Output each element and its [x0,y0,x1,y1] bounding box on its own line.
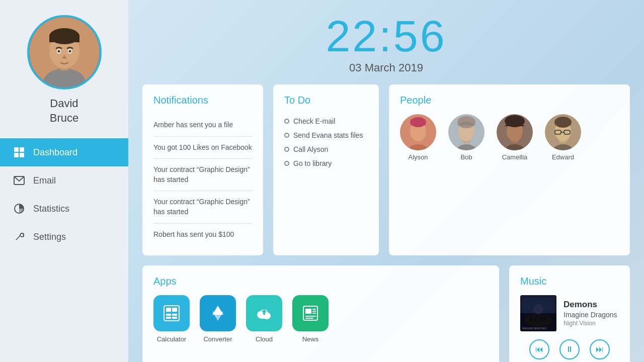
notif-item-4: Robert has sent you $100 [153,224,252,246]
svg-rect-11 [20,147,24,152]
svg-rect-69 [540,317,542,321]
person-camellia[interactable]: Camellia [497,114,533,161]
todo-bullet-1 [284,133,289,138]
todo-bullet-0 [284,119,289,124]
svg-rect-13 [20,153,24,157]
todo-item-3: Go to library [284,156,368,170]
person-name-camellia: Camellia [502,153,528,161]
svg-rect-10 [14,147,19,152]
svg-text:IMAGINE DRAGONS: IMAGINE DRAGONS [522,327,546,330]
calculator-icon [153,295,190,331]
todo-item-1: Send Evana stats files [284,128,368,142]
todo-item-0: Check E-mail [284,114,368,128]
apps-title: Apps [153,276,488,287]
svg-rect-53 [263,312,265,315]
notifications-title: Notifications [153,95,252,106]
sidebar-item-settings-label: Settings [33,232,66,242]
app-converter-label: Converter [203,335,232,343]
sidebar-item-dashboard-label: Dashboard [33,147,77,158]
notif-item-2: Your contract “Graphic Design” has start… [153,159,252,191]
svg-rect-44 [166,317,171,319]
svg-rect-67 [530,316,532,321]
envelope-icon [12,173,26,188]
svg-rect-41 [172,308,177,312]
svg-point-66 [524,314,552,326]
converter-icon [200,295,236,331]
people-title: People [400,95,619,106]
bottom-row: Apps Calcula [142,265,630,362]
svg-rect-51 [260,315,268,318]
clock-time: 22:56 [142,14,630,58]
notif-item-0: Amber has sent you a file [153,114,252,137]
todo-bullet-3 [284,161,289,166]
svg-rect-5 [49,35,79,42]
svg-rect-12 [14,153,19,157]
artist-name: Imagine Dragons [564,311,617,319]
apps-grid: Calculator Converter [153,295,488,343]
pause-button[interactable]: ⏸ [559,339,580,359]
app-calculator-label: Calculator [157,335,187,343]
grid-icon [12,145,26,159]
album-name: Night Vision [564,320,617,327]
nav-list: Dashboard Email Statistics [0,138,128,251]
notifications-card: Notifications Amber has sent you a file … [142,84,263,255]
person-edward[interactable]: Edward [545,114,581,161]
music-text: Demons Imagine Dragons Night Vision [564,300,617,327]
user-name: David Bruce [50,97,78,125]
main-content: 22:56 03 March 2019 Notifications Amber … [128,0,644,362]
person-name-bob: Bob [460,153,472,161]
todo-title: To Do [284,95,368,106]
svg-rect-70 [544,316,546,321]
svg-rect-40 [166,308,171,312]
pie-icon [12,202,26,216]
svg-marker-47 [212,312,223,321]
prev-button[interactable]: ⏮ [529,339,549,359]
svg-rect-42 [166,314,171,316]
svg-rect-57 [312,311,316,312]
app-news-label: News [302,335,319,343]
cloud-icon [246,295,282,331]
sidebar: David Bruce Dashboard [0,0,128,362]
svg-rect-45 [172,317,177,319]
clock-section: 22:56 03 March 2019 [142,0,630,84]
todo-bullet-2 [284,147,289,152]
avatar [29,17,100,87]
app-calculator[interactable]: Calculator [153,295,190,343]
svg-rect-60 [305,318,313,319]
clock-date: 03 March 2019 [142,61,630,74]
app-cloud[interactable]: Cloud [246,295,282,343]
sidebar-item-statistics[interactable]: Statistics [0,195,128,223]
person-avatar-bob [448,114,485,150]
svg-rect-55 [305,309,311,314]
sidebar-item-email[interactable]: Email [0,166,128,195]
sidebar-item-settings[interactable]: Settings [0,223,128,251]
avatar-wrapper [27,15,102,89]
sidebar-item-dashboard[interactable]: Dashboard [0,138,128,166]
svg-rect-58 [312,313,316,314]
music-card: Music IMAGINE DRAGONS [509,265,630,362]
news-icon [292,295,329,331]
next-button[interactable]: ⏭ [590,339,610,359]
music-controls: ⏮ ⏸ ⏭ [520,339,619,359]
album-art: IMAGINE DRAGONS [520,295,556,331]
svg-point-8 [57,50,60,53]
person-bob[interactable]: Bob [448,114,485,161]
svg-point-64 [533,304,543,314]
app-cloud-label: Cloud [256,335,273,343]
todo-card: To Do Check E-mail Send Evana stats file… [273,84,379,255]
person-alyson[interactable]: Alyson [400,114,436,161]
person-avatar-alyson [400,114,436,150]
person-avatar-camellia [497,114,533,150]
svg-rect-43 [172,314,177,316]
person-avatar-edward [545,114,581,150]
svg-point-9 [68,50,71,53]
svg-rect-59 [305,316,316,317]
music-title: Music [520,276,619,287]
sidebar-item-email-label: Email [33,175,56,186]
app-news[interactable]: News [292,295,329,343]
person-name-alyson: Alyson [408,153,428,161]
music-info: IMAGINE DRAGONS Demons Imagine Dragons N… [520,295,619,331]
app-converter[interactable]: Converter [200,295,236,343]
top-cards-row: Notifications Amber has sent you a file … [142,84,630,255]
svg-rect-68 [534,317,536,321]
